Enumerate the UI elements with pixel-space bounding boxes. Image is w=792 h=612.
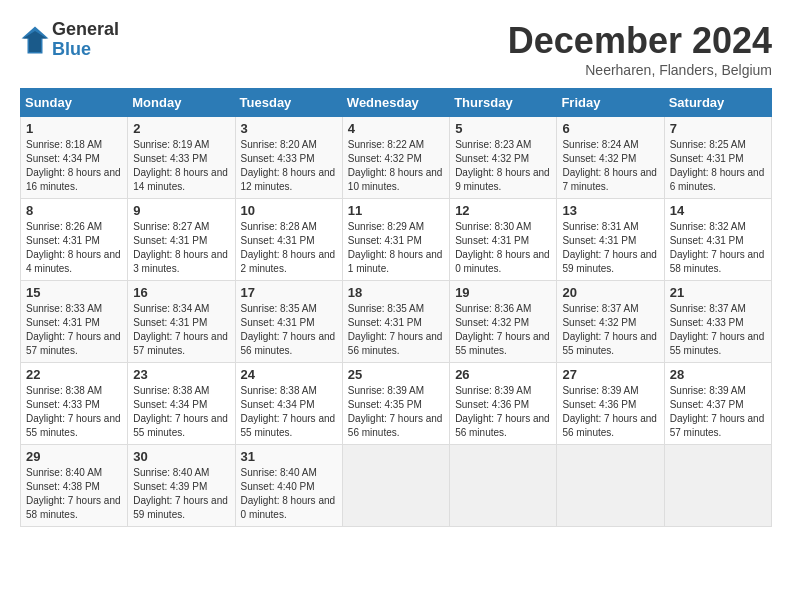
calendar-cell: 4 Sunrise: 8:22 AM Sunset: 4:32 PM Dayli…: [342, 117, 449, 199]
sunrise-label: Sunrise: 8:19 AM: [133, 139, 209, 150]
sunset-label: Sunset: 4:38 PM: [26, 481, 100, 492]
daylight-label: Daylight: 8 hours and 0 minutes.: [241, 495, 336, 520]
calendar-cell: 13 Sunrise: 8:31 AM Sunset: 4:31 PM Dayl…: [557, 199, 664, 281]
day-info: Sunrise: 8:36 AM Sunset: 4:32 PM Dayligh…: [455, 302, 551, 358]
sunset-label: Sunset: 4:32 PM: [562, 153, 636, 164]
sunrise-label: Sunrise: 8:38 AM: [26, 385, 102, 396]
daylight-label: Daylight: 7 hours and 56 minutes.: [562, 413, 657, 438]
sunset-label: Sunset: 4:37 PM: [670, 399, 744, 410]
day-number: 2: [133, 121, 229, 136]
calendar-cell: 9 Sunrise: 8:27 AM Sunset: 4:31 PM Dayli…: [128, 199, 235, 281]
sunrise-label: Sunrise: 8:40 AM: [241, 467, 317, 478]
calendar-cell: 20 Sunrise: 8:37 AM Sunset: 4:32 PM Dayl…: [557, 281, 664, 363]
calendar-week-row: 29 Sunrise: 8:40 AM Sunset: 4:38 PM Dayl…: [21, 445, 772, 527]
day-number: 4: [348, 121, 444, 136]
daylight-label: Daylight: 8 hours and 16 minutes.: [26, 167, 121, 192]
calendar-week-row: 22 Sunrise: 8:38 AM Sunset: 4:33 PM Dayl…: [21, 363, 772, 445]
day-info: Sunrise: 8:22 AM Sunset: 4:32 PM Dayligh…: [348, 138, 444, 194]
daylight-label: Daylight: 7 hours and 55 minutes.: [26, 413, 121, 438]
day-info: Sunrise: 8:28 AM Sunset: 4:31 PM Dayligh…: [241, 220, 337, 276]
sunrise-label: Sunrise: 8:39 AM: [562, 385, 638, 396]
calendar-cell: 15 Sunrise: 8:33 AM Sunset: 4:31 PM Dayl…: [21, 281, 128, 363]
sunset-label: Sunset: 4:31 PM: [562, 235, 636, 246]
sunrise-label: Sunrise: 8:38 AM: [133, 385, 209, 396]
daylight-label: Daylight: 8 hours and 10 minutes.: [348, 167, 443, 192]
calendar-cell: 25 Sunrise: 8:39 AM Sunset: 4:35 PM Dayl…: [342, 363, 449, 445]
sunrise-label: Sunrise: 8:40 AM: [26, 467, 102, 478]
day-number: 14: [670, 203, 766, 218]
day-info: Sunrise: 8:31 AM Sunset: 4:31 PM Dayligh…: [562, 220, 658, 276]
sunset-label: Sunset: 4:40 PM: [241, 481, 315, 492]
sunrise-label: Sunrise: 8:39 AM: [455, 385, 531, 396]
day-info: Sunrise: 8:40 AM Sunset: 4:40 PM Dayligh…: [241, 466, 337, 522]
sunrise-label: Sunrise: 8:32 AM: [670, 221, 746, 232]
day-info: Sunrise: 8:40 AM Sunset: 4:38 PM Dayligh…: [26, 466, 122, 522]
sunset-label: Sunset: 4:31 PM: [348, 317, 422, 328]
day-number: 3: [241, 121, 337, 136]
calendar-cell: 12 Sunrise: 8:30 AM Sunset: 4:31 PM Dayl…: [450, 199, 557, 281]
calendar-cell: 19 Sunrise: 8:36 AM Sunset: 4:32 PM Dayl…: [450, 281, 557, 363]
sunrise-label: Sunrise: 8:34 AM: [133, 303, 209, 314]
sunrise-label: Sunrise: 8:35 AM: [348, 303, 424, 314]
logo-blue-text: Blue: [52, 40, 119, 60]
header-wednesday: Wednesday: [342, 89, 449, 117]
calendar-cell: 16 Sunrise: 8:34 AM Sunset: 4:31 PM Dayl…: [128, 281, 235, 363]
day-number: 30: [133, 449, 229, 464]
month-title: December 2024: [508, 20, 772, 62]
daylight-label: Daylight: 7 hours and 57 minutes.: [26, 331, 121, 356]
day-number: 29: [26, 449, 122, 464]
logo: General Blue: [20, 20, 119, 60]
day-number: 22: [26, 367, 122, 382]
calendar-cell: 11 Sunrise: 8:29 AM Sunset: 4:31 PM Dayl…: [342, 199, 449, 281]
day-info: Sunrise: 8:19 AM Sunset: 4:33 PM Dayligh…: [133, 138, 229, 194]
daylight-label: Daylight: 8 hours and 6 minutes.: [670, 167, 765, 192]
header-monday: Monday: [128, 89, 235, 117]
calendar-cell: 17 Sunrise: 8:35 AM Sunset: 4:31 PM Dayl…: [235, 281, 342, 363]
calendar-cell: [342, 445, 449, 527]
day-number: 31: [241, 449, 337, 464]
header-saturday: Saturday: [664, 89, 771, 117]
day-number: 27: [562, 367, 658, 382]
calendar-week-row: 8 Sunrise: 8:26 AM Sunset: 4:31 PM Dayli…: [21, 199, 772, 281]
sunset-label: Sunset: 4:31 PM: [455, 235, 529, 246]
calendar-cell: 31 Sunrise: 8:40 AM Sunset: 4:40 PM Dayl…: [235, 445, 342, 527]
location-subtitle: Neerharen, Flanders, Belgium: [508, 62, 772, 78]
day-number: 9: [133, 203, 229, 218]
sunset-label: Sunset: 4:33 PM: [241, 153, 315, 164]
sunset-label: Sunset: 4:31 PM: [241, 235, 315, 246]
day-number: 25: [348, 367, 444, 382]
calendar-cell: [450, 445, 557, 527]
sunset-label: Sunset: 4:33 PM: [26, 399, 100, 410]
header-friday: Friday: [557, 89, 664, 117]
day-number: 7: [670, 121, 766, 136]
sunset-label: Sunset: 4:31 PM: [133, 235, 207, 246]
day-number: 10: [241, 203, 337, 218]
logo-icon: [20, 25, 50, 55]
daylight-label: Daylight: 8 hours and 4 minutes.: [26, 249, 121, 274]
daylight-label: Daylight: 7 hours and 59 minutes.: [562, 249, 657, 274]
day-info: Sunrise: 8:40 AM Sunset: 4:39 PM Dayligh…: [133, 466, 229, 522]
header-sunday: Sunday: [21, 89, 128, 117]
day-number: 17: [241, 285, 337, 300]
day-number: 8: [26, 203, 122, 218]
calendar-cell: 5 Sunrise: 8:23 AM Sunset: 4:32 PM Dayli…: [450, 117, 557, 199]
sunrise-label: Sunrise: 8:23 AM: [455, 139, 531, 150]
sunset-label: Sunset: 4:31 PM: [348, 235, 422, 246]
calendar-cell: 28 Sunrise: 8:39 AM Sunset: 4:37 PM Dayl…: [664, 363, 771, 445]
day-info: Sunrise: 8:35 AM Sunset: 4:31 PM Dayligh…: [241, 302, 337, 358]
day-info: Sunrise: 8:24 AM Sunset: 4:32 PM Dayligh…: [562, 138, 658, 194]
sunrise-label: Sunrise: 8:33 AM: [26, 303, 102, 314]
day-info: Sunrise: 8:38 AM Sunset: 4:34 PM Dayligh…: [133, 384, 229, 440]
daylight-label: Daylight: 7 hours and 55 minutes.: [670, 331, 765, 356]
day-info: Sunrise: 8:30 AM Sunset: 4:31 PM Dayligh…: [455, 220, 551, 276]
sunrise-label: Sunrise: 8:20 AM: [241, 139, 317, 150]
day-number: 12: [455, 203, 551, 218]
day-info: Sunrise: 8:32 AM Sunset: 4:31 PM Dayligh…: [670, 220, 766, 276]
daylight-label: Daylight: 7 hours and 56 minutes.: [348, 331, 443, 356]
sunset-label: Sunset: 4:34 PM: [26, 153, 100, 164]
calendar-cell: 14 Sunrise: 8:32 AM Sunset: 4:31 PM Dayl…: [664, 199, 771, 281]
day-number: 1: [26, 121, 122, 136]
calendar-week-row: 1 Sunrise: 8:18 AM Sunset: 4:34 PM Dayli…: [21, 117, 772, 199]
day-number: 13: [562, 203, 658, 218]
daylight-label: Daylight: 7 hours and 57 minutes.: [670, 413, 765, 438]
